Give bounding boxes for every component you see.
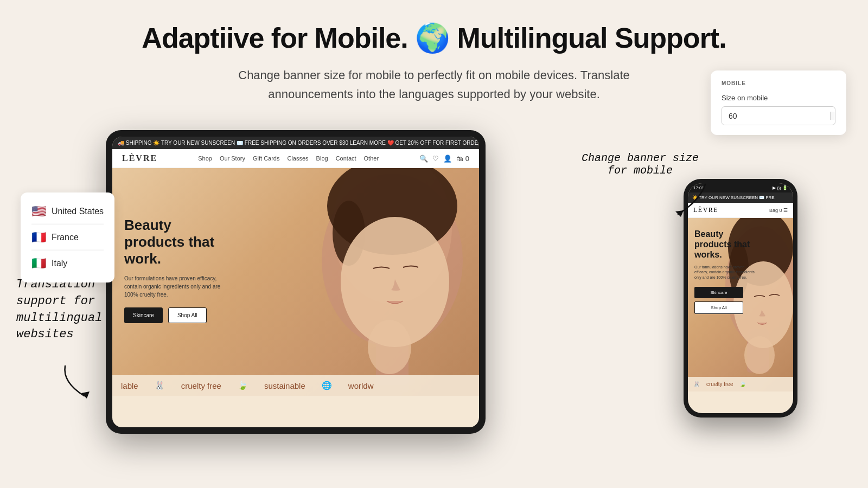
nav-classes[interactable]: Classes — [287, 155, 308, 162]
us-flag: 🇺🇸 — [31, 204, 46, 219]
tablet-skincare-button[interactable]: Skincare — [124, 307, 163, 323]
bag-icon[interactable]: 🛍 0 — [456, 155, 469, 163]
phone-ticker-text: cruelty free — [706, 381, 733, 387]
nav-other[interactable]: Other — [364, 155, 379, 162]
banner-size-label: Change banner size for mobile — [580, 152, 700, 177]
phone-btn-group: Skincare Shop All — [694, 287, 760, 314]
banner-size-arrow — [656, 179, 711, 224]
ticker-icon-3: 🌐 — [322, 381, 332, 390]
language-item-us[interactable]: 🇺🇸 United States — [31, 200, 104, 223]
tablet-mockup: 🚚 SHIPPING ☀️ TRY OUR NEW SUNSCREEN ✉️ F… — [106, 130, 486, 434]
tablet-shop-all-button[interactable]: Shop All — [168, 307, 207, 323]
nav-shop[interactable]: Shop — [198, 155, 212, 162]
ticker-item-1: lable — [121, 381, 138, 390]
tablet-nav-icons: 🔍 ♡ 👤 🛍 0 — [419, 155, 469, 163]
svg-point-7 — [368, 320, 411, 374]
tablet-announcement-bar: 🚚 SHIPPING ☀️ TRY OUR NEW SUNSCREEN ✉️ F… — [112, 137, 479, 149]
tablet-hero-text: Beauty products that work. Our formulati… — [124, 217, 233, 323]
tablet-announcement-text: 🚚 SHIPPING ☀️ TRY OUR NEW SUNSCREEN ✉️ F… — [118, 140, 479, 146]
main-heading: Adaptiive for Mobile. 🌍 Multilingual Sup… — [142, 22, 726, 55]
it-flag: 🇮🇹 — [31, 256, 46, 271]
language-selector[interactable]: 🇺🇸 United States 🇫🇷 France 🇮🇹 Italy — [21, 192, 114, 282]
tablet-hero: Beauty products that work. Our formulati… — [112, 168, 479, 396]
fr-label: France — [52, 233, 79, 242]
phone-skincare-button[interactable]: Skincare — [694, 287, 743, 298]
language-item-it[interactable]: 🇮🇹 Italy — [31, 252, 104, 275]
tablet-nav: LÈVRE Shop Our Story Gift Cards Classes … — [112, 149, 479, 168]
tablet-hero-desc: Our formulations have proven efficacy, c… — [124, 274, 233, 299]
mobile-size-input-row: % ▲ ▼ — [722, 106, 835, 125]
nav-blog[interactable]: Blog — [316, 155, 328, 162]
tablet-screen: 🚚 SHIPPING ☀️ TRY OUR NEW SUNSCREEN ✉️ F… — [112, 137, 479, 427]
account-icon[interactable]: 👤 — [443, 155, 452, 163]
phone-hero-desc: Our formulations have proven efficacy, c… — [694, 265, 757, 280]
phone-ticker-icon: 🐰 — [693, 381, 700, 387]
phone-hero: Beauty products that works. Our formulat… — [688, 218, 793, 391]
sub-heading: Change banner size for mobile to perfect… — [222, 66, 646, 104]
page-wrapper: Adaptiive for Mobile. 🌍 Multilingual Sup… — [0, 0, 868, 488]
ticker-item-2: cruelty free — [181, 381, 221, 390]
phone-bag[interactable]: Bag 0 ☰ — [769, 208, 788, 213]
tablet-btn-group: Skincare Shop All — [124, 307, 233, 323]
phone-status-icons: ▶ ))) 🔋 — [773, 185, 788, 190]
tablet-logo: LÈVRE — [122, 153, 157, 163]
us-label: United States — [52, 207, 104, 216]
phone-ticker: 🐰 cruelty free 🍃 — [688, 377, 793, 391]
phone-hero-text: Beauty products that works. Our formulat… — [694, 229, 760, 314]
language-item-fr[interactable]: 🇫🇷 France — [31, 226, 104, 249]
ticker-item-4: worldw — [348, 381, 374, 390]
tablet-hero-face — [295, 168, 468, 396]
nav-gift-cards[interactable]: Gift Cards — [253, 155, 280, 162]
it-label: Italy — [52, 259, 67, 268]
fr-flag: 🇫🇷 — [31, 230, 46, 245]
svg-marker-14 — [675, 210, 684, 217]
tablet-ticker: lable 🐰 cruelty free 🍃 sustainable 🌐 wor… — [112, 375, 479, 396]
ticker-icon-2: 🍃 — [238, 381, 248, 390]
mobile-size-unit: % — [830, 112, 835, 120]
wishlist-icon[interactable]: ♡ — [432, 155, 439, 163]
mobile-settings-panel: MOBILE Size on mobile % ▲ ▼ — [711, 70, 846, 135]
tablet-frame: 🚚 SHIPPING ☀️ TRY OUR NEW SUNSCREEN ✉️ F… — [106, 130, 486, 434]
phone-hero-title: Beauty products that works. — [694, 229, 760, 260]
phone-shop-all-button[interactable]: Shop All — [694, 301, 743, 314]
tablet-nav-links: Shop Our Story Gift Cards Classes Blog C… — [198, 155, 379, 162]
tablet-hero-title: Beauty products that work. — [124, 217, 233, 268]
nav-contact[interactable]: Contact — [336, 155, 356, 162]
translation-arrow — [60, 363, 103, 403]
ticker-icon-1: 🐰 — [155, 381, 165, 390]
translation-label: Translation support for multilingual web… — [16, 277, 114, 343]
ticker-item-3: sustainable — [264, 381, 305, 390]
phone-ticker-leaf: 🍃 — [739, 381, 746, 387]
mobile-settings-section-label: MOBILE — [722, 80, 835, 86]
search-icon[interactable]: 🔍 — [419, 155, 428, 163]
nav-our-story[interactable]: Our Story — [220, 155, 245, 162]
svg-point-13 — [744, 336, 775, 374]
mobile-size-input[interactable] — [722, 107, 830, 125]
mobile-size-field-label: Size on mobile — [722, 94, 835, 102]
